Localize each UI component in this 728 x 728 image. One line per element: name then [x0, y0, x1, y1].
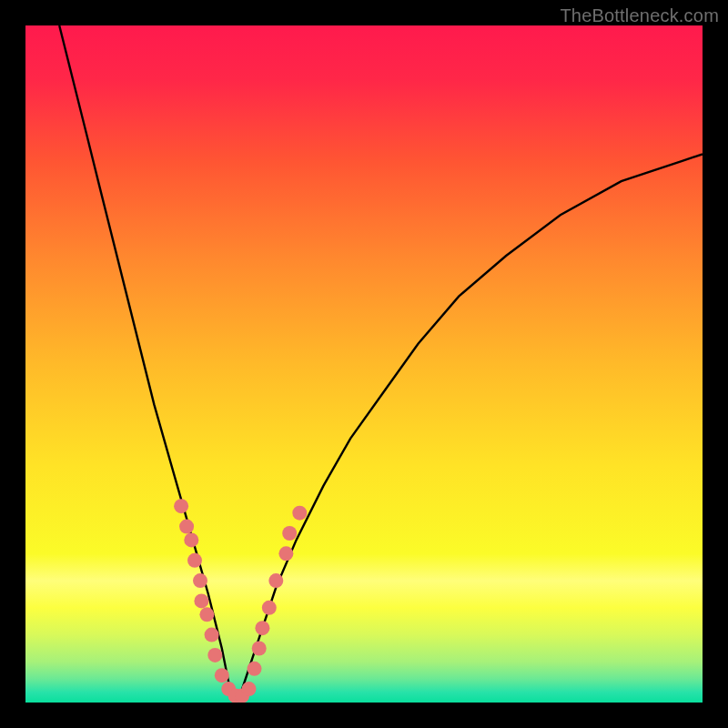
- watermark-text: TheBottleneck.com: [560, 5, 719, 26]
- sample-dot: [184, 532, 198, 547]
- chart-canvas: [25, 25, 703, 703]
- sample-dot: [187, 553, 202, 568]
- sample-dot: [242, 682, 257, 696]
- sample-dot: [194, 593, 208, 608]
- sample-dot: [292, 506, 307, 521]
- plot-area: [25, 25, 703, 703]
- sample-dot: [205, 628, 219, 642]
- sample-dot: [193, 573, 207, 588]
- sample-dot: [179, 520, 194, 534]
- sample-dot: [252, 642, 267, 656]
- sample-dot: [215, 668, 229, 682]
- sample-dot: [255, 621, 269, 635]
- sample-dot: [207, 648, 222, 662]
- sample-dot: [248, 662, 262, 676]
- gradient-background: [25, 25, 703, 703]
- sample-dot: [278, 546, 293, 561]
- sample-dot: [268, 573, 283, 588]
- sample-dot: [199, 607, 214, 622]
- sample-dot: [282, 526, 297, 541]
- sample-dot: [262, 601, 277, 615]
- sample-dot: [174, 499, 188, 513]
- outer-frame: TheBottleneck.com: [0, 0, 728, 728]
